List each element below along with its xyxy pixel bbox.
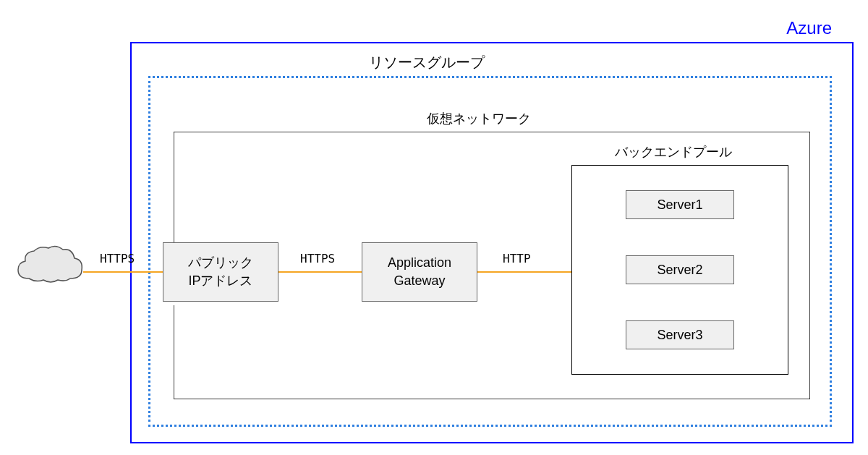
server2-node: Server2: [626, 255, 734, 284]
server1-text: Server1: [657, 197, 702, 213]
application-gateway-node: Application Gateway: [362, 242, 477, 302]
azure-label: Azure: [786, 18, 832, 38]
protocol-label-1: HTTPS: [100, 252, 135, 265]
protocol-label-2: HTTPS: [300, 252, 335, 265]
vnet-label: 仮想ネットワーク: [427, 110, 531, 127]
public-ip-node: パブリック IPアドレス: [163, 242, 278, 302]
connection-appgw-backend: [477, 271, 571, 273]
resource-group-label: リソースグループ: [369, 53, 485, 72]
server1-node: Server1: [626, 190, 734, 219]
public-ip-text: パブリック IPアドレス: [188, 254, 253, 290]
server2-text: Server2: [657, 263, 702, 278]
cloud-icon: [11, 242, 87, 293]
connection-cloud-pip: [83, 271, 163, 273]
connection-pip-appgw: [278, 271, 362, 273]
protocol-label-3: HTTP: [503, 252, 531, 265]
backend-pool-label: バックエンドプール: [615, 143, 732, 161]
server3-text: Server3: [657, 328, 702, 343]
appgw-text: Application Gateway: [388, 254, 451, 290]
server3-node: Server3: [626, 320, 734, 349]
